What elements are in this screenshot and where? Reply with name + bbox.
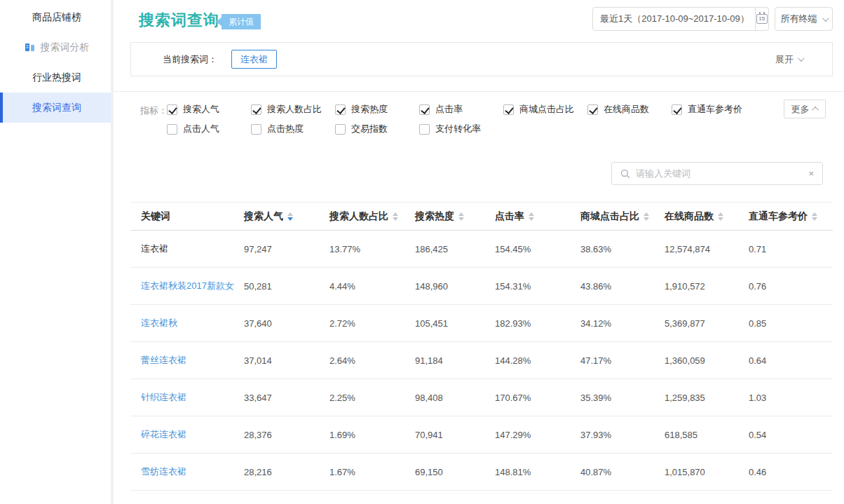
checkbox-unchecked-icon[interactable] <box>419 124 430 135</box>
keyword-link[interactable]: 碎花连衣裙 <box>141 429 186 440</box>
sort-icon[interactable] <box>287 212 293 221</box>
checkbox-unchecked-icon[interactable] <box>167 124 177 135</box>
current-word-button[interactable]: 连衣裙 <box>231 50 277 69</box>
keyword-link[interactable]: 雪纺连衣裙 <box>141 466 186 477</box>
checkbox-checked-icon[interactable] <box>167 104 177 115</box>
checkbox-checked-icon[interactable] <box>335 104 346 115</box>
cell-value: 170.67% <box>495 393 580 403</box>
column-header: 关键词 <box>141 210 244 223</box>
cell-value: 70,941 <box>415 430 495 440</box>
keyword-link[interactable]: 连衣裙秋 <box>141 318 177 328</box>
metric-checkbox-item[interactable]: 搜索人数占比 <box>251 100 335 119</box>
keyword-link[interactable]: 连衣裙秋装2017新款女 <box>141 280 234 291</box>
cell-value: 34.12% <box>580 318 665 329</box>
cell-value: 69,150 <box>415 467 495 477</box>
metric-checkbox-item[interactable]: 商城点击占比 <box>503 100 587 119</box>
metric-label: 直通车参考价 <box>688 103 742 116</box>
date-range-picker[interactable]: 最近1天（2017-10-09~2017-10-09） 15 <box>592 7 769 31</box>
column-header[interactable]: 搜索人数占比 <box>329 210 415 223</box>
cell-value: 35.39% <box>580 393 665 403</box>
checkbox-checked-icon[interactable] <box>587 104 598 115</box>
analysis-icon <box>25 42 35 53</box>
cell-value: 37.93% <box>580 430 665 440</box>
metric-label: 点击热度 <box>267 123 304 135</box>
badge-arrow-icon <box>216 18 222 26</box>
column-header[interactable]: 直通车参考价 <box>749 210 826 223</box>
metric-label: 在线商品数 <box>604 103 649 116</box>
checkbox-checked-icon[interactable] <box>503 104 514 115</box>
cell-value: 1,360,059 <box>665 355 749 366</box>
expand-toggle[interactable]: 展开 <box>775 53 803 66</box>
metric-checkbox-item[interactable]: 点击人气 <box>167 119 251 139</box>
column-header[interactable]: 搜索热度 <box>415 210 495 223</box>
column-header-label: 关键词 <box>141 210 170 223</box>
checkbox-unchecked-icon[interactable] <box>335 124 346 135</box>
column-header[interactable]: 点击率 <box>495 210 580 223</box>
metric-checkbox-item[interactable]: 直通车参考价 <box>672 100 756 119</box>
metric-label: 点击率 <box>435 103 463 116</box>
sidebar: 商品店铺榜搜索词分析行业热搜词搜索词查询 <box>0 0 114 504</box>
keyword-cell: 连衣裙秋装2017新款女 <box>141 280 244 292</box>
column-header[interactable]: 在线商品数 <box>665 210 749 223</box>
metric-checkbox-item[interactable]: 搜索人气 <box>167 100 251 119</box>
cell-value: 148.81% <box>495 467 580 477</box>
cell-value: 105,451 <box>415 318 495 329</box>
cell-value: 43.86% <box>580 281 665 292</box>
calendar-button[interactable]: 15 <box>755 14 768 24</box>
metric-checkbox-item[interactable]: 交易指数 <box>335 119 419 139</box>
sidebar-item-product-shop-rank[interactable]: 商品店铺榜 <box>0 2 111 32</box>
metric-checkbox-item[interactable]: 搜索热度 <box>335 100 419 119</box>
column-header[interactable]: 搜索人气 <box>244 210 329 223</box>
metric-checkbox-item[interactable]: 支付转化率 <box>419 119 503 139</box>
metric-label: 商城点击占比 <box>519 103 574 116</box>
checkbox-unchecked-icon[interactable] <box>251 124 261 135</box>
sort-icon[interactable] <box>644 212 649 221</box>
more-button[interactable]: 更多 <box>784 100 826 118</box>
sort-icon[interactable] <box>718 212 723 221</box>
sort-icon[interactable] <box>812 212 817 221</box>
checkbox-checked-icon[interactable] <box>251 104 261 115</box>
keyword-text: 连衣裙 <box>141 243 168 254</box>
metric-label: 点击人气 <box>183 123 219 135</box>
metrics-row-2: 点击人气点击热度交易指数支付转化率 <box>167 119 503 139</box>
column-header-label: 商城点击占比 <box>580 210 639 223</box>
table-row: 连衣裙秋装2017新款女50,2814.44%148,960154.31%43.… <box>130 268 833 305</box>
metric-label: 搜索人气 <box>183 103 219 116</box>
chevron-up-icon <box>812 107 819 114</box>
checkbox-checked-icon[interactable] <box>672 104 682 115</box>
cell-value: 98,408 <box>415 393 495 403</box>
cell-value: 37,640 <box>244 318 329 329</box>
cell-value: 47.17% <box>580 355 665 366</box>
keyword-link[interactable]: 针织连衣裙 <box>141 392 186 402</box>
metric-checkbox-item[interactable]: 在线商品数 <box>587 100 672 119</box>
checkbox-checked-icon[interactable] <box>419 104 430 115</box>
cell-value: 0.71 <box>749 244 826 254</box>
keyword-cell: 针织连衣裙 <box>141 391 244 404</box>
metric-checkbox-item[interactable]: 点击率 <box>419 100 503 119</box>
sort-icon[interactable] <box>458 212 464 221</box>
cell-value: 618,585 <box>665 430 749 440</box>
sidebar-item-search-word-analysis[interactable]: 搜索词分析 <box>0 32 111 62</box>
search-icon <box>620 169 630 179</box>
cell-value: 33,647 <box>244 393 329 403</box>
table-row: 雪纺连衣裙28,2161.67%69,150148.81%40.87%1,015… <box>130 454 833 491</box>
terminal-selector[interactable]: 所有终端 <box>775 7 833 31</box>
chevron-down-icon <box>798 55 805 62</box>
search-input[interactable] <box>636 168 803 179</box>
clear-search-icon[interactable]: × <box>808 169 814 178</box>
column-header[interactable]: 商城点击占比 <box>580 210 665 223</box>
sidebar-item-industry-hot-words[interactable]: 行业热搜词 <box>0 62 111 93</box>
cell-value: 13.77% <box>329 244 415 254</box>
keyword-link[interactable]: 蕾丝连衣裙 <box>141 355 186 365</box>
cell-value: 4.44% <box>329 281 415 292</box>
cell-value: 2.64% <box>329 355 415 366</box>
sort-icon[interactable] <box>393 212 398 221</box>
metric-checkbox-item[interactable]: 点击热度 <box>251 119 335 139</box>
badge-label: 累计值 <box>222 14 261 29</box>
column-header-label: 搜索人数占比 <box>329 210 388 223</box>
sort-icon[interactable] <box>529 212 534 221</box>
cell-value: 0.46 <box>749 467 826 477</box>
page-title: 搜索词查询 <box>139 10 219 31</box>
column-header-label: 在线商品数 <box>665 210 714 223</box>
sidebar-item-search-word-query[interactable]: 搜索词查询 <box>0 93 111 123</box>
